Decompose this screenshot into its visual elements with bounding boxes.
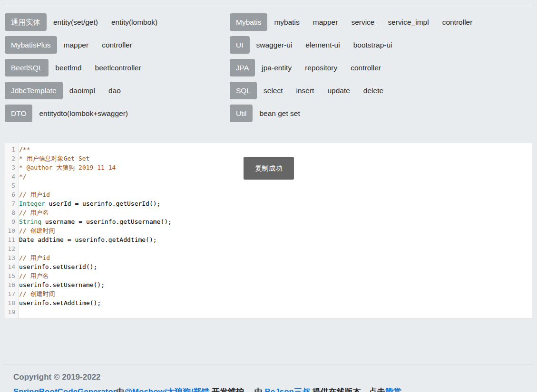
gen-link-entity-set-get[interactable]: entity(set/get)	[53, 18, 98, 27]
copy-success-toast-label: 复制成功	[255, 164, 283, 173]
code-line: 19	[5, 307, 532, 316]
category-button-jdbctemplate[interactable]: JdbcTemplate	[5, 82, 63, 99]
panel-column-left: 通用实体 entity(set/get) entity(lombok) Myba…	[5, 13, 230, 127]
gen-link-daoimpl[interactable]: daoimpl	[69, 86, 95, 95]
line-number: 8	[5, 208, 19, 217]
gen-link-entity-lombok[interactable]: entity(lombok)	[111, 18, 157, 27]
category-button-jpa[interactable]: JPA	[230, 59, 255, 76]
row-sql: SQL select insert update delete	[230, 82, 532, 99]
category-button-util[interactable]: Util	[230, 105, 253, 122]
code-line: 6// 用户id	[5, 190, 532, 199]
panel-column-right: Mybatis mybatis mapper service service_i…	[230, 13, 532, 127]
line-number: 11	[5, 235, 19, 244]
gen-link-dao[interactable]: dao	[108, 86, 121, 95]
generator-panel: 通用实体 entity(set/get) entity(lombok) Myba…	[0, 5, 537, 127]
sanshu-link[interactable]: 三叔	[294, 387, 310, 392]
code-line: 13// 用户id	[5, 253, 532, 262]
code-line: 15// 用户名	[5, 271, 532, 280]
line-number: 6	[5, 190, 19, 199]
gen-link-sql-delete[interactable]: delete	[363, 86, 383, 95]
gen-link-sql-select[interactable]: select	[264, 86, 283, 95]
code-line: 14userinfo.setUserId();	[5, 262, 532, 271]
line-number: 3	[5, 163, 19, 172]
gen-link-swagger-ui[interactable]: swagger-ui	[256, 41, 293, 49]
row-beetlsql: BeetlSQL beetlmd beetlcontroller	[5, 59, 230, 76]
gen-link-mybatis[interactable]: mybatis	[274, 18, 299, 27]
code-line: 9String username = userinfo.getUsername(…	[5, 217, 532, 226]
maintainer-link[interactable]: @Moshow/大狼狗/郑错	[124, 387, 209, 392]
line-number: 7	[5, 199, 19, 208]
footer-credits: SpringBootCodeGenerator由@Moshow/大狼狗/郑错 开…	[13, 386, 524, 392]
copyright-text: Copyright © 2019-2022	[13, 373, 524, 382]
category-button-beetlsql[interactable]: BeetlSQL	[5, 59, 49, 76]
gen-link-mybatis-service[interactable]: service	[351, 18, 374, 27]
line-number: 4	[5, 172, 19, 181]
gen-link-bean-get-set[interactable]: bean get set	[259, 109, 300, 118]
gen-link-beetlcontroller[interactable]: beetlcontroller	[95, 64, 141, 72]
line-number: 13	[5, 253, 19, 262]
footer-text: 。	[401, 387, 410, 392]
category-button-mybatisplus[interactable]: MybatisPlus	[5, 36, 57, 54]
footer: Copyright © 2019-2022 SpringBootCodeGene…	[0, 364, 537, 392]
gen-link-mybatisplus-mapper[interactable]: mapper	[64, 41, 89, 49]
gen-link-sql-insert[interactable]: insert	[296, 86, 314, 95]
line-number: 16	[5, 280, 19, 289]
footer-text: 由	[116, 387, 124, 392]
row-common-entity: 通用实体 entity(set/get) entity(lombok)	[5, 13, 230, 31]
category-button-mybatis[interactable]: Mybatis	[230, 13, 267, 31]
line-number: 15	[5, 271, 19, 280]
line-number: 5	[5, 181, 19, 190]
code-line: 17// 创建时间	[5, 289, 532, 298]
category-button-dto[interactable]: DTO	[5, 105, 32, 122]
gen-link-element-ui[interactable]: element-ui	[305, 41, 340, 49]
gen-link-mybatis-mapper[interactable]: mapper	[313, 18, 338, 27]
gen-link-jpa-entity[interactable]: jpa-entity	[262, 64, 292, 72]
line-number: 1	[5, 145, 19, 154]
code-line: 10// 创建时间	[5, 226, 532, 235]
code-line: 8// 用户名	[5, 208, 532, 217]
line-number: 18	[5, 298, 19, 307]
code-line: 1/**	[5, 145, 532, 154]
copy-success-toast: 复制成功	[244, 157, 294, 180]
code-line: 11Date addtime = userinfo.getAddtime();	[5, 235, 532, 244]
category-button-common-entity[interactable]: 通用实体	[5, 13, 47, 31]
line-number: 19	[5, 307, 19, 316]
category-button-sql[interactable]: SQL	[230, 82, 257, 99]
gen-link-mybatisplus-controller[interactable]: controller	[102, 41, 132, 49]
line-number: 17	[5, 289, 19, 298]
code-line: 7Integer userId = userinfo.getUserId();	[5, 199, 532, 208]
row-mybatisplus: MybatisPlus mapper controller	[5, 36, 230, 54]
gen-link-entitydto[interactable]: entitydto(lombok+swagger)	[39, 109, 128, 118]
line-number: 12	[5, 244, 19, 253]
gen-link-bootstrap-ui[interactable]: bootstrap-ui	[353, 41, 392, 49]
footer-text: 开发维护。 由	[209, 387, 264, 392]
gen-link-beetlmd[interactable]: beetlmd	[55, 64, 81, 72]
gen-link-mybatis-controller[interactable]: controller	[442, 18, 473, 27]
row-jpa: JPA jpa-entity repository controller	[230, 59, 532, 76]
bejson-link[interactable]: BeJson	[264, 387, 293, 392]
code-line: 18userinfo.setAddtime();	[5, 298, 532, 307]
row-jdbctemplate: JdbcTemplate daoimpl dao	[5, 82, 230, 99]
line-number: 10	[5, 226, 19, 235]
line-number: 9	[5, 217, 19, 226]
row-mybatis: Mybatis mybatis mapper service service_i…	[230, 13, 532, 31]
category-button-ui[interactable]: UI	[230, 36, 250, 54]
gen-link-mybatis-service-impl[interactable]: service_impl	[388, 18, 429, 27]
gen-link-jpa-controller[interactable]: controller	[351, 64, 381, 72]
gen-link-jpa-repository[interactable]: repository	[305, 64, 337, 72]
line-number: 2	[5, 154, 19, 163]
code-line: 5	[5, 181, 532, 190]
line-number: 14	[5, 262, 19, 271]
donate-link[interactable]: 赞赏	[385, 387, 401, 392]
footer-text: 提供在线版本。点击	[310, 387, 385, 392]
row-ui: UI swagger-ui element-ui bootstrap-ui	[230, 36, 532, 54]
row-dto: DTO entitydto(lombok+swagger)	[5, 105, 230, 122]
brand-link[interactable]: SpringBootCodeGenerator	[13, 387, 116, 392]
gen-link-sql-update[interactable]: update	[327, 86, 350, 95]
code-line: 16userinfo.setUsername();	[5, 280, 532, 289]
code-line: 12	[5, 244, 532, 253]
row-util: Util bean get set	[230, 105, 532, 122]
